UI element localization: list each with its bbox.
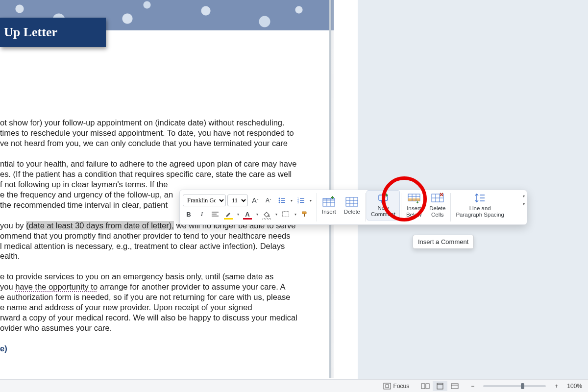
svg-rect-7 [300, 198, 304, 199]
bold-button[interactable]: B [183, 208, 195, 220]
font-color-dropdown[interactable]: ▾ [255, 212, 259, 217]
insert-below-label: InsertBelow [406, 205, 421, 218]
highlight-icon [225, 211, 232, 218]
view-switcher [418, 381, 462, 391]
table-delete-label: Delete [344, 209, 360, 215]
shrink-font-button[interactable]: A˅ [263, 195, 274, 206]
focus-mode-button[interactable]: Focus [380, 382, 413, 391]
table-insert-label: Insert [322, 209, 336, 215]
insert-below-icon [408, 193, 420, 203]
italic-button[interactable]: I [196, 208, 208, 220]
shading-button[interactable] [261, 208, 272, 220]
delete-cells-icon [431, 193, 444, 203]
grow-font-button[interactable]: A˄ [249, 195, 261, 206]
svg-rect-11 [300, 202, 304, 203]
svg-rect-14 [212, 216, 219, 217]
web-layout-button[interactable] [447, 381, 462, 391]
svg-rect-5 [281, 202, 285, 203]
new-comment-icon [377, 193, 390, 203]
table-delete-icon [345, 196, 358, 207]
highlight-button[interactable] [222, 208, 234, 220]
signature-link[interactable]: e) [0, 343, 328, 354]
focus-label: Focus [393, 383, 410, 390]
delete-cells-label: DeleteCells [429, 205, 445, 218]
new-comment-button[interactable]: NewComment [367, 190, 400, 220]
read-mode-button[interactable] [418, 381, 433, 391]
svg-rect-16 [283, 212, 289, 217]
grammar-flag[interactable]: have the opportunity to [15, 282, 98, 291]
zoom-in-button[interactable]: + [552, 382, 561, 391]
numbering-icon: 123 [297, 197, 305, 204]
borders-button[interactable] [280, 208, 292, 220]
borders-icon [282, 211, 290, 218]
line-spacing-button[interactable]: Line andParagraph Spacing ▾ [452, 190, 508, 220]
paint-bucket-icon [263, 211, 270, 218]
svg-rect-19 [323, 198, 335, 201]
bullets-dropdown[interactable]: ▾ [289, 198, 294, 203]
zoom-out-button[interactable]: − [468, 382, 477, 391]
format-painter-icon [301, 210, 309, 218]
svg-rect-13 [212, 214, 217, 215]
document-title: Up Letter [4, 25, 57, 40]
svg-point-4 [279, 202, 280, 203]
page-shadow [331, 0, 334, 378]
svg-rect-12 [212, 212, 219, 213]
status-bar: Focus − + 100% [0, 379, 588, 392]
focus-icon [383, 383, 391, 390]
svg-rect-42 [386, 385, 389, 388]
format-painter-button[interactable] [299, 208, 311, 220]
svg-point-2 [279, 200, 280, 201]
line-spacing-label: Line andParagraph Spacing [456, 205, 504, 218]
zoom-slider[interactable] [483, 385, 546, 387]
line-spacing-icon [475, 193, 486, 203]
shading-dropdown[interactable]: ▾ [274, 212, 278, 217]
table-insert-button[interactable]: Insert [318, 190, 340, 220]
paragraph-1[interactable]: ot show for) your follow-up appointment … [0, 118, 328, 148]
svg-rect-9 [300, 200, 304, 201]
workspace: Up Letter ot show for) your follow-up ap… [0, 0, 588, 379]
font-size-select[interactable]: 11 [227, 195, 248, 206]
selected-text[interactable]: (date at least 30 days from date of lett… [26, 221, 174, 230]
line-spacing-dropdown[interactable]: ▾ [521, 194, 526, 198]
zoom-thumb[interactable] [521, 383, 524, 389]
svg-rect-23 [346, 197, 358, 206]
svg-rect-43 [421, 384, 425, 389]
svg-rect-17 [304, 214, 305, 217]
document-page[interactable]: Up Letter ot show for) your follow-up ap… [0, 0, 334, 378]
paragraph-4[interactable]: e to provide services to you on an emerg… [0, 271, 328, 333]
mini-toolbar: Franklin Got 11 A˄ A˅ ▾ 123 ▾ B I [179, 190, 527, 225]
new-comment-label: NewComment [371, 205, 395, 217]
svg-rect-45 [437, 383, 443, 389]
bullets-button[interactable] [276, 195, 288, 206]
svg-rect-41 [384, 383, 391, 389]
read-mode-icon [421, 383, 430, 390]
paragraph-3[interactable]: you by (date at least 30 days from date … [0, 220, 328, 262]
print-layout-button[interactable] [433, 381, 447, 391]
svg-point-0 [279, 198, 280, 199]
numbering-button[interactable]: 123 [295, 195, 307, 206]
web-layout-icon [450, 383, 459, 390]
p3-pre[interactable]: you by [0, 221, 26, 230]
align-icon [211, 211, 219, 218]
delete-cells-button[interactable]: DeleteCells [425, 190, 449, 220]
insert-below-button[interactable]: InsertBelow [402, 190, 425, 220]
highlight-dropdown[interactable]: ▾ [236, 212, 240, 217]
font-group: Franklin Got 11 A˄ A˅ ▾ 123 ▾ B I [180, 190, 316, 224]
print-layout-icon [436, 383, 444, 390]
document-body[interactable]: ot show for) your follow-up appointment … [0, 118, 328, 364]
svg-rect-47 [451, 384, 458, 389]
table-delete-dropdown[interactable]: ▾ [521, 202, 526, 206]
svg-rect-30 [408, 198, 420, 201]
bullets-icon [278, 197, 286, 204]
align-button[interactable] [209, 208, 221, 220]
font-family-select[interactable]: Franklin Got [183, 195, 226, 206]
font-color-button[interactable]: A [242, 208, 253, 220]
borders-dropdown[interactable]: ▾ [293, 212, 297, 217]
table-delete-button[interactable]: Delete ▾ [340, 190, 364, 220]
numbering-dropdown[interactable]: ▾ [308, 198, 313, 203]
svg-rect-1 [281, 198, 285, 199]
table-insert-icon [322, 196, 335, 207]
svg-rect-44 [426, 384, 429, 389]
svg-text:3: 3 [297, 201, 299, 204]
zoom-level[interactable]: 100% [567, 383, 582, 390]
